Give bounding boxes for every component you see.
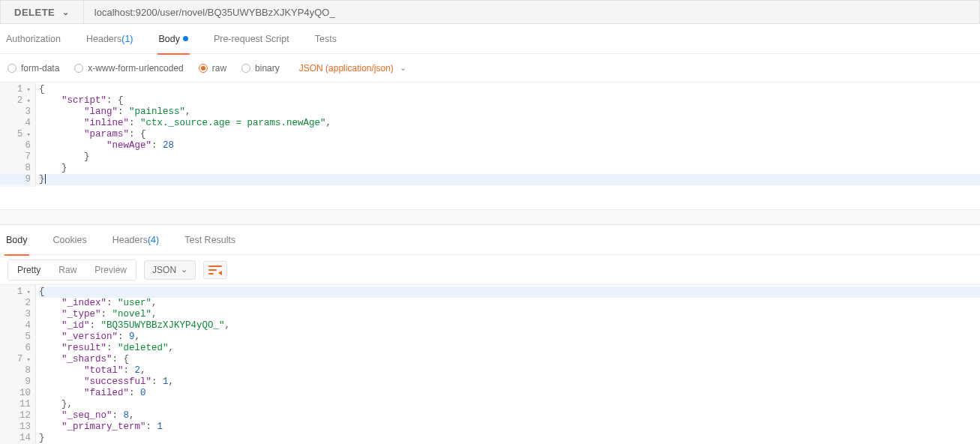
line-number: 13 [0, 422, 31, 433]
code-line: "_seq_no": 8, [39, 410, 980, 422]
radio-icon [199, 64, 208, 73]
tab-count: (4) [148, 235, 159, 245]
body-type-raw[interactable]: raw [199, 63, 226, 74]
chevron-down-icon: ⌄ [400, 63, 406, 73]
line-number: 6 [0, 343, 31, 354]
unsaved-indicator-icon [183, 36, 188, 41]
line-number: 2 [0, 298, 31, 309]
line-number: 11 [0, 399, 31, 410]
view-mode-preview[interactable]: Preview [85, 260, 136, 280]
response-tab-headers[interactable]: Headers (4) [111, 225, 161, 255]
code-line: { [39, 286, 980, 298]
line-number: 5 [0, 129, 31, 140]
body-type-x-www[interactable]: x-www-form-urlencoded [74, 63, 183, 74]
wrap-lines-button[interactable] [203, 261, 227, 279]
radio-icon [74, 64, 83, 73]
request-body-editor[interactable]: 123456789 { "script": { "lang": "painles… [0, 82, 980, 187]
tab-label: Authorization [6, 34, 61, 44]
code-line: "_shards": { [39, 354, 980, 365]
text-cursor [45, 174, 46, 184]
radio-label: form-data [21, 63, 59, 74]
radio-icon [7, 64, 16, 73]
http-method-select[interactable]: DELETE ⌄ [1, 1, 84, 23]
code-line: "_primary_term": 1 [39, 422, 980, 433]
radio-icon [241, 64, 250, 73]
body-options-row: form-datax-www-form-urlencodedrawbinary … [0, 54, 980, 82]
response-format-select[interactable]: JSON ⌄ [144, 260, 196, 280]
line-number: 1 [0, 84, 31, 95]
tab-label: Tests [315, 34, 337, 44]
line-number: 8 [0, 163, 31, 174]
code-line: } [39, 433, 980, 444]
line-number: 8 [0, 365, 31, 376]
tab-body[interactable]: Body [157, 24, 190, 54]
line-number: 7 [0, 152, 31, 163]
line-number: 3 [0, 106, 31, 118]
code-line: "_id": "BQ35UWYBBzXJKYP4yQO_", [39, 320, 980, 332]
code-line: { [39, 84, 980, 95]
response-body-editor[interactable]: 1234567891011121314 { "_index": "user", … [0, 285, 980, 444]
chevron-down-icon: ⌄ [62, 8, 70, 17]
code-line: "_type": "novel", [39, 309, 980, 320]
tab-count: (1) [121, 34, 133, 44]
code-line: }, [39, 399, 980, 410]
code-line: "_index": "user", [39, 298, 980, 309]
code-line: "result": "deleted", [39, 343, 980, 354]
code-line: "script": { [39, 95, 980, 106]
code-line: } [39, 163, 980, 174]
request-bar: DELETE ⌄ localhost:9200/user/novel/BQ35U… [0, 0, 980, 24]
response-subtabs: BodyCookiesHeaders (4)Test Results [0, 225, 980, 255]
wrap-icon [208, 265, 222, 275]
line-number: 4 [0, 118, 31, 129]
radio-label: raw [212, 63, 226, 74]
radio-label: binary [255, 63, 280, 74]
tab-tests[interactable]: Tests [313, 24, 338, 54]
code-line: "inline": "ctx._source.age = params.newA… [39, 118, 980, 129]
response-tab-tests[interactable]: Test Results [183, 225, 237, 255]
tab-label: Test Results [184, 235, 235, 245]
code-line: "newAge": 28 [39, 140, 980, 152]
url-input[interactable]: localhost:9200/user/novel/BQ35UWYBBzXJKY… [84, 1, 979, 23]
line-number: 12 [0, 410, 31, 422]
view-mode-pretty[interactable]: Pretty [8, 260, 49, 280]
chevron-down-icon: ⌄ [181, 265, 187, 274]
content-type-value: JSON (application/json) [299, 63, 394, 74]
view-mode-raw[interactable]: Raw [49, 260, 85, 280]
tab-label: Headers [86, 34, 121, 44]
tab-prerequest[interactable]: Pre-request Script [212, 24, 291, 54]
code-line: } [39, 152, 980, 163]
code-line: } [39, 174, 980, 185]
tab-authorization[interactable]: Authorization [4, 24, 62, 54]
radio-label: x-www-form-urlencoded [88, 63, 183, 74]
editor-code[interactable]: { "_index": "user", "_type": "novel", "_… [36, 285, 980, 444]
response-toolbar: PrettyRawPreview JSON ⌄ [0, 255, 980, 285]
response-format-value: JSON [152, 265, 176, 275]
code-line: "successful": 1, [39, 376, 980, 388]
tab-label: Cookies [53, 235, 87, 245]
http-method-value: DELETE [14, 7, 55, 18]
panel-divider[interactable] [0, 209, 980, 224]
line-number: 9 [0, 376, 31, 388]
code-line: "lang": "painless", [39, 106, 980, 118]
response-tab-body[interactable]: Body [4, 225, 29, 255]
line-number: 6 [0, 140, 31, 152]
line-number: 5 [0, 332, 31, 343]
editor-code[interactable]: { "script": { "lang": "painless", "inlin… [36, 82, 980, 187]
body-type-form-data[interactable]: form-data [7, 63, 59, 74]
line-number: 4 [0, 320, 31, 332]
editor-gutter: 123456789 [0, 82, 36, 187]
tab-label: Headers [112, 235, 148, 245]
code-line: "total": 2, [39, 365, 980, 376]
content-type-select[interactable]: JSON (application/json) ⌄ [299, 63, 406, 74]
response-tab-cookies[interactable]: Cookies [52, 225, 88, 255]
line-number: 9 [0, 174, 31, 185]
tab-headers[interactable]: Headers (1) [85, 24, 135, 54]
tab-label: Body [159, 34, 181, 44]
line-number: 3 [0, 309, 31, 320]
line-number: 1 [0, 286, 31, 298]
line-number: 7 [0, 354, 31, 365]
line-number: 14 [0, 433, 31, 444]
url-value: localhost:9200/user/novel/BQ35UWYBBzXJKY… [94, 7, 335, 18]
body-type-binary[interactable]: binary [241, 63, 280, 74]
editor-gutter: 1234567891011121314 [0, 285, 36, 444]
